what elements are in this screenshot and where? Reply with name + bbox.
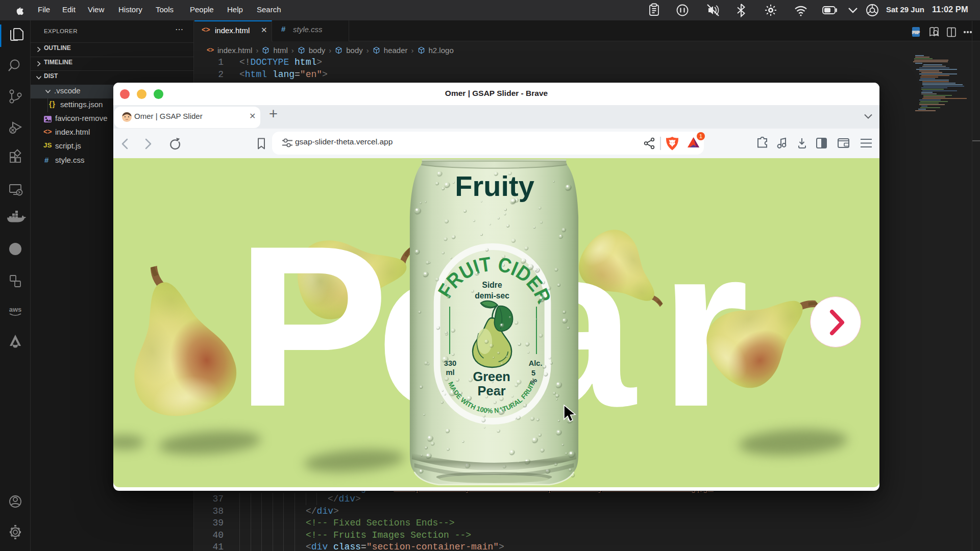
- svg-text:demi-sec: demi-sec: [475, 291, 509, 300]
- svg-text:Sidre: Sidre: [482, 281, 502, 289]
- svg-text:Json: Json: [10, 247, 20, 252]
- svg-text:Green: Green: [473, 369, 510, 384]
- svg-text:5: 5: [531, 369, 535, 377]
- svg-text:aws: aws: [9, 306, 22, 313]
- svg-text:ml: ml: [446, 368, 454, 377]
- svg-text:Alc.: Alc.: [529, 359, 543, 367]
